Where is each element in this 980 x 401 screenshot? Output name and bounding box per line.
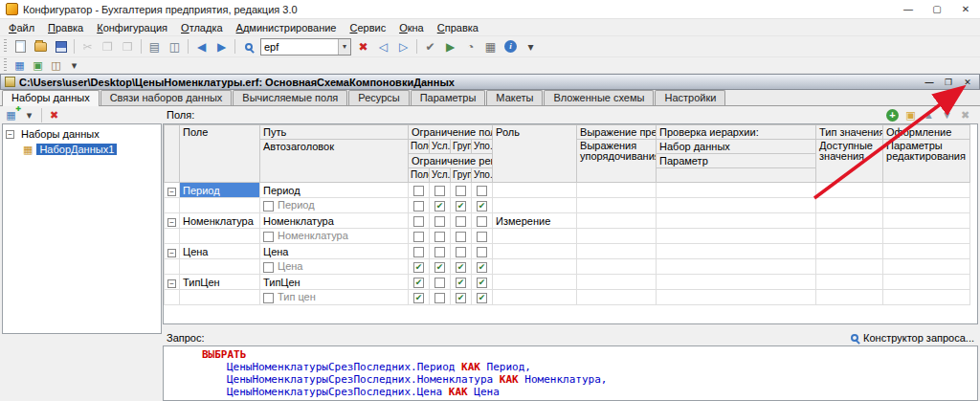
empty-cell[interactable] (883, 290, 970, 305)
row-expander[interactable]: − (165, 213, 180, 229)
minimize-button[interactable]: — (894, 0, 923, 19)
empty-cell[interactable] (493, 290, 577, 305)
checkbox[interactable] (263, 293, 274, 303)
col-edit-params[interactable]: Параметры редактирования (883, 140, 970, 183)
combobox-dropdown-icon[interactable]: ▾ (338, 39, 350, 55)
empty-cell[interactable] (816, 229, 883, 244)
checkbox[interactable] (413, 232, 424, 242)
move-field-down-icon[interactable]: ▼ (939, 107, 955, 123)
checkbox[interactable]: ✔ (477, 293, 487, 303)
empty-cell[interactable] (657, 213, 816, 229)
add-folder-icon[interactable]: ▣ (902, 107, 919, 123)
templates-icon[interactable]: ▦ (481, 37, 500, 56)
menu-item[interactable]: Справка (431, 22, 485, 33)
field-restriction-cell[interactable]: ✔ (451, 275, 472, 290)
attr-restriction-cell[interactable]: ✔ (409, 259, 430, 275)
collapse-icon[interactable]: − (6, 130, 14, 139)
role-cell[interactable] (493, 275, 577, 290)
empty-cell[interactable] (816, 213, 883, 229)
attr-restriction-cell[interactable] (430, 290, 451, 305)
empty-cell[interactable] (657, 198, 816, 213)
attr-restriction-cell[interactable]: ✔ (472, 198, 493, 213)
role-cell[interactable] (493, 183, 577, 198)
empty-cell[interactable] (577, 198, 657, 213)
empty-cell[interactable] (577, 275, 657, 290)
checkbox[interactable]: ✔ (434, 201, 445, 212)
empty-cell[interactable] (657, 290, 816, 305)
checkbox[interactable]: ✔ (413, 278, 424, 288)
col-path[interactable]: Путь (260, 125, 409, 140)
path-cell[interactable]: ТипЦен (260, 275, 409, 290)
checkbox[interactable] (413, 247, 424, 257)
empty-cell[interactable] (883, 183, 970, 198)
empty-cell[interactable] (577, 183, 657, 198)
toolbar-options-icon[interactable]: ▾ (66, 57, 82, 73)
checkbox[interactable] (263, 201, 274, 212)
col-presentation-expr[interactable]: Выражение предс... (577, 125, 657, 140)
attr-restriction-cell[interactable]: ✔ (451, 198, 472, 213)
field-restriction-cell[interactable] (472, 213, 493, 229)
col-role[interactable]: Роль (493, 125, 577, 183)
toolbar-options-icon[interactable]: ▾ (522, 37, 540, 56)
row-expander[interactable]: − (165, 275, 180, 290)
col-hierarchy-dataset[interactable]: Набор данных (657, 140, 816, 154)
empty-cell[interactable] (883, 229, 970, 244)
query-editor[interactable]: ВЫБРАТЬЦеныНоменклатурыСрезПоследних.Пер… (163, 345, 978, 401)
path-cell[interactable]: Период (260, 183, 409, 198)
tab-4[interactable]: Ресурсы (348, 90, 409, 105)
col-sub-field[interactable]: Поле (409, 168, 430, 183)
close-button[interactable]: ✕ (951, 0, 980, 19)
col-sub-order[interactable]: Упо... (472, 140, 493, 154)
attr-restriction-cell[interactable] (451, 229, 472, 244)
empty-cell[interactable] (577, 290, 657, 305)
maximize-button[interactable]: ▢ (923, 0, 951, 19)
empty-cell[interactable] (577, 229, 657, 244)
delete-field-icon[interactable]: ✖ (957, 107, 973, 123)
checkbox[interactable] (477, 247, 487, 257)
col-available-values[interactable]: Доступные значения (816, 140, 883, 183)
checkbox[interactable]: ✔ (477, 201, 487, 212)
row-expander[interactable]: − (165, 244, 180, 259)
empty-cell[interactable] (657, 259, 816, 275)
checkbox[interactable] (477, 216, 487, 227)
checkbox[interactable] (456, 186, 466, 196)
checkbox[interactable] (413, 216, 424, 227)
clear-search-icon[interactable]: ✖ (354, 37, 372, 56)
menu-item[interactable]: Конфигурация (90, 22, 174, 33)
field-restriction-cell[interactable] (409, 183, 430, 198)
attribute-cell[interactable]: Период (260, 198, 409, 213)
checkbox[interactable]: ✔ (477, 262, 487, 273)
checkbox[interactable] (434, 278, 445, 288)
checkbox[interactable]: ✔ (434, 262, 445, 273)
empty-cell[interactable] (657, 275, 816, 290)
start-debugging-icon[interactable]: ▶ (441, 37, 459, 56)
attr-restriction-cell[interactable]: ✔ (430, 198, 451, 213)
checkbox[interactable]: ✔ (456, 278, 466, 288)
col-sub-group[interactable]: Груп... (451, 140, 472, 154)
open-file-icon[interactable] (32, 37, 50, 56)
configuration-extensions-icon[interactable]: ▣ (30, 57, 46, 73)
checkbox[interactable] (434, 186, 445, 196)
grid-attribute-row[interactable]: Период✔✔✔ (165, 198, 970, 213)
empty-cell[interactable] (816, 198, 883, 213)
empty-cell[interactable] (493, 229, 577, 244)
col-attr-restriction[interactable]: Ограничение реквизитов (409, 154, 493, 168)
path-cell[interactable]: Номенклатура (260, 213, 409, 229)
checkbox[interactable]: ✔ (477, 278, 487, 288)
field-restriction-cell[interactable] (430, 213, 451, 229)
checkbox[interactable]: ✔ (456, 293, 466, 303)
search-combobox[interactable]: ▾ (260, 38, 351, 56)
path-cell[interactable]: Цена (260, 244, 409, 259)
checkbox[interactable] (263, 262, 274, 273)
delete-dataset-icon[interactable]: ✖ (46, 107, 62, 123)
menu-item[interactable]: Окна (392, 22, 431, 33)
print-preview-icon[interactable]: ◫ (166, 37, 184, 56)
add-dataset-dropdown-icon[interactable]: ▾ (21, 107, 37, 123)
tree-root[interactable]: − Наборы данных (4, 126, 160, 142)
field-restriction-cell[interactable] (451, 183, 472, 198)
save-icon[interactable] (52, 37, 70, 56)
field-restriction-cell[interactable] (472, 183, 493, 198)
empty-cell[interactable] (883, 244, 970, 259)
col-sub-order[interactable]: Упо... (472, 168, 493, 183)
menu-item[interactable]: Администрирование (230, 22, 344, 33)
